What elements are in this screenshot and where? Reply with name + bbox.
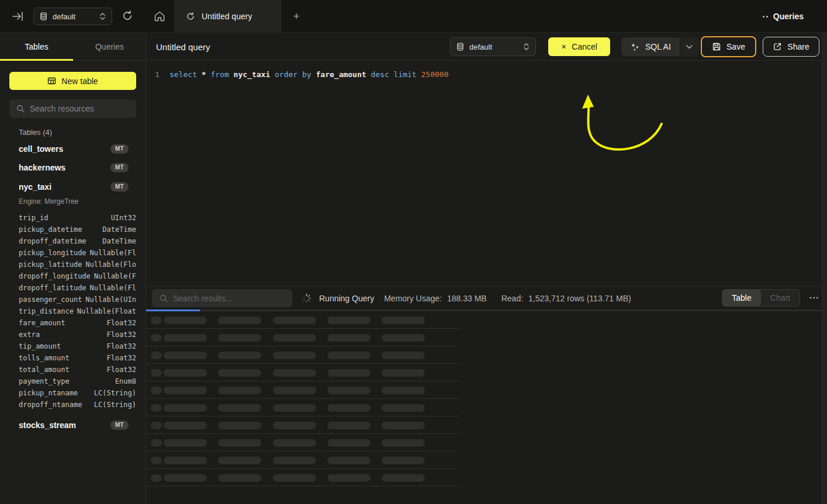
column-name: trip_distance <box>19 305 74 317</box>
new-tab-plus-icon[interactable]: + <box>288 8 304 25</box>
main-panel: Untitled query default ✕ Cancel SQL AI <box>146 33 827 504</box>
column-name: passenger_count <box>19 294 82 305</box>
column-type: Nullable(Fl <box>90 247 136 259</box>
column-row: tolls_amountFloat32 <box>19 352 136 364</box>
skeleton-cell <box>273 317 316 324</box>
column-type: Nullable(UIn <box>85 294 136 305</box>
skeleton-cell <box>327 352 371 359</box>
search-results-input[interactable]: Search results... <box>152 289 292 307</box>
search-icon <box>16 105 25 113</box>
sidebar-tab-queries[interactable]: Queries <box>73 33 146 60</box>
query-status: Running Query <box>319 294 374 303</box>
table-item-hackernews[interactable]: hackernews MT <box>9 158 136 177</box>
sidebar-tab-tables[interactable]: Tables <box>0 33 73 60</box>
kebab-menu-icon[interactable]: ··· <box>809 289 819 307</box>
skeleton-cell <box>327 474 371 482</box>
read-value: 1,523,712 rows (113.71 MB) <box>528 294 631 303</box>
skeleton-cell <box>164 474 207 482</box>
skeleton-cell <box>164 422 207 429</box>
queries-label: Queries <box>773 12 804 21</box>
column-name: tip_amount <box>19 340 61 352</box>
sql-token: fare_amount <box>316 70 366 79</box>
column-type: Nullable(Float <box>77 305 136 317</box>
sql-token <box>312 70 316 79</box>
read-label: Read: <box>501 294 523 303</box>
sql-editor[interactable]: 1 select * from nyc_taxi order by fare_a… <box>146 61 822 286</box>
skeleton-cell <box>218 369 261 377</box>
skeleton-cell <box>382 439 425 447</box>
toggle-table[interactable]: Table <box>722 290 760 306</box>
queries-shortcut[interactable]: Queries <box>763 0 804 33</box>
search-results-placeholder: Search results... <box>173 294 232 303</box>
scrollbar-gutter[interactable] <box>822 33 827 504</box>
skeleton-row <box>146 469 460 486</box>
skeleton-cell <box>151 404 162 412</box>
share-button[interactable]: Share <box>763 37 819 57</box>
column-row: fare_amountFloat32 <box>19 317 136 329</box>
cancel-button[interactable]: ✕ Cancel <box>548 37 610 56</box>
sql-token: by <box>302 70 312 79</box>
skeleton-cell <box>273 334 316 342</box>
column-row: dropoff_longitudeNullable(F <box>19 270 136 282</box>
table-item-nyc-taxi[interactable]: nyc_taxi MT <box>9 178 136 196</box>
skeleton-row <box>146 329 460 346</box>
home-icon[interactable] <box>153 10 166 23</box>
sql-ai-main[interactable]: SQL AI <box>621 37 680 56</box>
skeleton-cell <box>273 474 316 482</box>
top-bar: default Untitled query + Queries <box>0 0 827 33</box>
save-button[interactable]: Save <box>701 36 756 57</box>
skeleton-cell <box>164 404 207 412</box>
query-database-selector[interactable]: default <box>450 37 536 56</box>
table-grid-icon <box>47 77 56 85</box>
column-type: Nullable(Fl <box>90 282 136 294</box>
database-selector[interactable]: default <box>33 8 112 25</box>
skeleton-cell <box>218 439 261 447</box>
column-name: fare_amount <box>19 317 65 329</box>
table-item-cell-towers[interactable]: cell_towers MT <box>9 140 136 158</box>
sql-ai-button[interactable]: SQL AI <box>621 37 699 56</box>
search-icon <box>160 294 168 303</box>
skeleton-cell <box>164 352 207 359</box>
skeleton-cell <box>382 369 425 377</box>
column-name: tolls_amount <box>19 352 70 364</box>
refresh-icon[interactable] <box>122 10 133 22</box>
skeleton-cell <box>164 457 207 464</box>
chevron-down-icon <box>686 45 693 49</box>
skeleton-cell <box>218 334 261 342</box>
database-icon <box>40 12 47 20</box>
skeleton-cell <box>164 334 207 342</box>
engine-badge: MT <box>110 182 129 192</box>
skeleton-cell <box>164 387 207 394</box>
sql-token: desc <box>371 70 389 79</box>
column-type: Float32 <box>106 329 136 340</box>
engine-badge: MT <box>110 420 129 430</box>
skeleton-cell <box>382 474 425 482</box>
column-type: Nullable(F <box>94 270 136 282</box>
search-resources-input[interactable]: Search resources <box>9 99 136 118</box>
column-name: total_amount <box>19 364 70 376</box>
column-name: pickup_datetime <box>19 224 82 235</box>
collapse-sidebar-icon[interactable] <box>12 11 25 22</box>
tab-untitled-query[interactable]: Untitled query <box>174 0 282 33</box>
column-row: payment_typeEnum8 <box>19 376 136 387</box>
skeleton-cell <box>327 439 371 447</box>
sql-ai-dropdown[interactable] <box>680 37 699 56</box>
toggle-chart[interactable]: Chart <box>761 290 800 306</box>
tab-running-icon <box>186 12 195 21</box>
sql-token: select <box>169 70 197 79</box>
skeleton-row <box>146 451 460 469</box>
save-label: Save <box>726 42 745 51</box>
query-header: Untitled query default ✕ Cancel SQL AI <box>146 33 827 61</box>
table-item-stocks-stream[interactable]: stocks_stream MT <box>9 416 136 435</box>
column-row: passenger_countNullable(UIn <box>19 294 136 305</box>
new-table-button[interactable]: New table <box>9 72 136 90</box>
skeleton-cell <box>382 422 425 429</box>
tab-label: Untitled query <box>202 12 252 21</box>
skeleton-cell <box>218 352 261 359</box>
column-row: dropoff_ntanameLC(String) <box>19 399 136 411</box>
skeleton-row <box>146 399 460 416</box>
skeleton-cell <box>273 369 316 377</box>
sql-line[interactable]: 1 select * from nyc_taxi order by fare_a… <box>146 69 449 81</box>
column-name: trip_id <box>19 212 49 224</box>
sidebar-tabs: Tables Queries <box>0 33 146 61</box>
